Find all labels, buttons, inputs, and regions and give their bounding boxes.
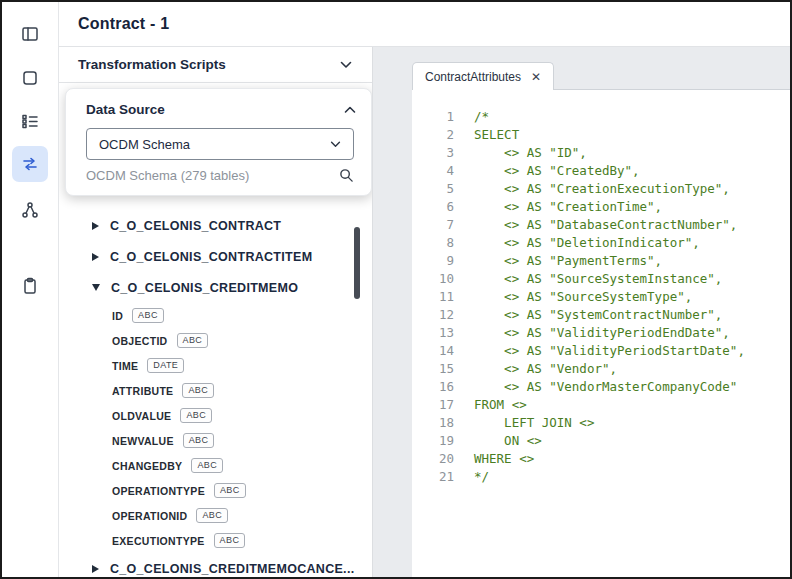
transformation-scripts-header[interactable]: Transformation Scripts	[59, 47, 372, 83]
field-name: OLDVALUE	[112, 410, 171, 422]
field-name: OPERATIONTYPE	[112, 485, 205, 497]
field-name: EXECUTIONTYPE	[112, 535, 205, 547]
triangle-down-icon[interactable]	[92, 284, 100, 291]
close-tab-icon[interactable]: ✕	[531, 71, 541, 83]
field-row[interactable]: OPERATIONTYPEABC	[59, 478, 372, 503]
field-row[interactable]: OBJECTIDABC	[59, 328, 372, 353]
table-name: C_O_CELONIS_CONTRACTITEM	[110, 250, 312, 264]
schema-search-input[interactable]	[86, 168, 339, 183]
tree-node[interactable]: C_O_CELONIS_CONTRACTITEM	[59, 241, 372, 272]
field-name: CHANGEDBY	[112, 460, 182, 472]
field-type-badge: ABC	[177, 333, 209, 349]
transformations-nav-button[interactable]	[12, 146, 48, 182]
tree-node[interactable]: C_O_CELONIS_CREDITMEMOCANCE...	[59, 553, 372, 577]
data-model-nav-button[interactable]	[12, 192, 48, 228]
field-row[interactable]: OLDVALUEABC	[59, 403, 372, 428]
field-type-badge: ABC	[196, 508, 228, 524]
left-panel-scrollbar[interactable]	[354, 227, 360, 299]
chevron-down-icon	[330, 141, 341, 148]
code-content: /* SELECT <> AS "ID", <> AS "CreatedBy",…	[454, 108, 745, 486]
data-list-nav-button[interactable]	[12, 103, 48, 139]
table-name: C_O_CELONIS_CREDITMEMO	[111, 281, 298, 295]
tree-node[interactable]: C_O_CELONIS_CREDITMEMO	[59, 272, 372, 303]
page-title: Contract - 1	[78, 15, 169, 33]
icon-rail	[2, 2, 59, 577]
field-row[interactable]: CHANGEDBYABC	[59, 453, 372, 478]
field-row[interactable]: TIMEDATE	[59, 353, 372, 378]
objects-nav-button[interactable]	[12, 60, 48, 96]
schema-tree: C_O_CELONIS_CONTRACTC_O_CELONIS_CONTRACT…	[59, 210, 372, 577]
field-type-badge: ABC	[182, 383, 214, 399]
app-window: Contract - 1 Transformation Scripts Data…	[0, 0, 792, 579]
clipboard-icon	[20, 276, 40, 296]
triangle-right-icon[interactable]	[92, 222, 99, 230]
field-name: ATTRIBUTE	[112, 385, 173, 397]
schema-dropdown-value: OCDM Schema	[99, 137, 190, 152]
search-icon	[339, 168, 354, 183]
list-icon	[20, 111, 40, 131]
chevron-up-icon	[344, 106, 356, 114]
field-type-badge: DATE	[147, 358, 184, 374]
tab-contractattributes[interactable]: ContractAttributes ✕	[412, 62, 554, 90]
editor-region: ContractAttributes ✕ 1 2 3 4 5 6 7 8 9 1…	[373, 47, 790, 577]
field-name: OBJECTID	[112, 335, 168, 347]
field-row[interactable]: OPERATIONIDABC	[59, 503, 372, 528]
tree-node[interactable]: C_O_CELONIS_CONTRACT	[59, 210, 372, 241]
schema-search	[66, 160, 371, 195]
field-type-badge: ABC	[214, 483, 246, 499]
logs-nav-button[interactable]	[12, 268, 48, 304]
triangle-right-icon[interactable]	[92, 253, 99, 261]
field-type-badge: ABC	[183, 433, 215, 449]
field-type-badge: ABC	[180, 408, 212, 424]
schema-dropdown[interactable]: OCDM Schema	[86, 128, 354, 160]
panel-nav-button[interactable]	[12, 16, 48, 52]
data-source-card: Data Source OCDM Schema	[65, 88, 372, 196]
code-area: 1 2 3 4 5 6 7 8 9 10 11 12 13 14 15 16 1…	[412, 90, 790, 486]
panel-icon	[20, 24, 40, 44]
table-name: C_O_CELONIS_CREDITMEMOCANCE...	[110, 562, 354, 576]
field-row[interactable]: NEWVALUEABC	[59, 428, 372, 453]
field-row[interactable]: IDABC	[59, 303, 372, 328]
triangle-right-icon[interactable]	[92, 565, 99, 573]
field-type-badge: ABC	[214, 533, 246, 549]
table-name: C_O_CELONIS_CONTRACT	[110, 219, 281, 233]
network-icon	[20, 200, 40, 220]
field-name: ID	[112, 310, 123, 322]
field-name: TIME	[112, 360, 138, 372]
transformation-scripts-label: Transformation Scripts	[78, 57, 226, 72]
field-name: OPERATIONID	[112, 510, 187, 522]
code-editor[interactable]: 1 2 3 4 5 6 7 8 9 10 11 12 13 14 15 16 1…	[412, 89, 790, 577]
field-name: NEWVALUE	[112, 435, 174, 447]
line-numbers: 1 2 3 4 5 6 7 8 9 10 11 12 13 14 15 16 1…	[412, 108, 454, 486]
field-type-badge: ABC	[191, 458, 223, 474]
top-bar: Contract - 1	[59, 2, 790, 47]
left-panel: Transformation Scripts Data Source OCDM …	[59, 47, 373, 577]
field-row[interactable]: ATTRIBUTEABC	[59, 378, 372, 403]
field-type-badge: ABC	[132, 308, 164, 324]
field-row[interactable]: EXECUTIONTYPEABC	[59, 528, 372, 553]
data-source-header[interactable]: Data Source	[66, 89, 371, 128]
data-source-title: Data Source	[86, 102, 165, 117]
square-icon	[20, 68, 40, 88]
transform-arrows-icon	[20, 154, 40, 174]
tab-label: ContractAttributes	[425, 70, 521, 84]
chevron-down-icon	[340, 61, 352, 69]
